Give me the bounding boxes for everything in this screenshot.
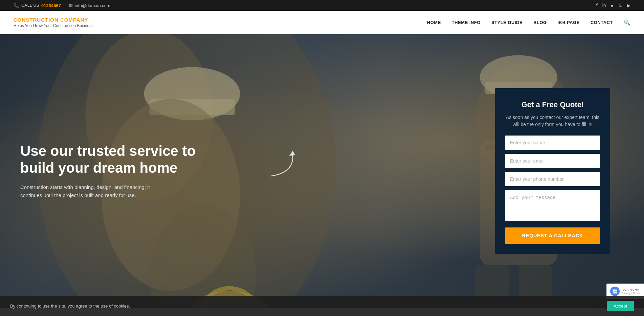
email-address[interactable]: info@domain.com (75, 3, 110, 8)
recaptcha-logo: 🔄 (610, 287, 620, 296)
email-info: ✉ info@domain.com (69, 3, 110, 8)
call-label: CALL US (21, 3, 39, 8)
recaptcha-terms[interactable]: Terms (633, 292, 640, 295)
top-bar-left: 📞 CALL US 01234567 ✉ info@domain.com (14, 3, 110, 8)
quote-subtitle: As soon as you contact our expert team, … (505, 114, 600, 128)
nav-style-guide[interactable]: STYLE GUIDE (491, 20, 523, 25)
facebook-icon[interactable]: f (596, 3, 598, 8)
recaptcha-privacy[interactable]: Privacy (622, 292, 630, 295)
search-icon[interactable]: 🔍 (624, 19, 630, 26)
nav-home[interactable]: HOME (427, 20, 441, 25)
name-input[interactable] (505, 136, 600, 150)
svg-marker-16 (289, 151, 295, 156)
instagram-icon[interactable]: ● (611, 3, 614, 8)
linkedin-icon[interactable]: in (602, 3, 606, 8)
logo-name[interactable]: CONSTRUCTION COMPANY (14, 17, 93, 23)
header: CONSTRUCTION COMPANY Helps You Grow Your… (0, 11, 644, 34)
nav-blog[interactable]: BLOG (533, 20, 547, 25)
phone-number[interactable]: 01234567 (41, 3, 61, 8)
social-links: f in ● 𝕏 ▶ (596, 3, 630, 8)
hero-subtext: Construction starts with planning, desig… (20, 183, 169, 199)
email-input[interactable] (505, 154, 600, 168)
twitter-icon[interactable]: 𝕏 (618, 3, 622, 8)
hero-heading: Use our trusted service to build your dr… (20, 143, 196, 177)
cookie-message: By continuing to use the site, you agree… (10, 303, 130, 308)
logo-tagline: Helps You Grow Your Construction Busines… (14, 23, 93, 28)
logo-area: CONSTRUCTION COMPANY Helps You Grow Your… (14, 17, 93, 28)
youtube-icon[interactable]: ▶ (627, 3, 630, 8)
quote-title: Get a Free Quote! (505, 100, 600, 109)
arrow-decoration (267, 149, 298, 179)
phone-input[interactable] (505, 172, 600, 186)
recaptcha-info: reCAPTCHA Privacy - Terms (622, 288, 640, 295)
email-icon: ✉ (69, 3, 73, 8)
nav-theme-info[interactable]: THEME INFO (452, 20, 481, 25)
hero-section: Use our trusted service to build your dr… (0, 34, 644, 308)
main-nav: HOME THEME INFO STYLE GUIDE BLOG 404 PAG… (427, 19, 630, 26)
recaptcha-links: Privacy - Terms (622, 292, 640, 295)
nav-contact[interactable]: CONTACT (591, 20, 613, 25)
cookie-bar: By continuing to use the site, you agree… (0, 296, 644, 308)
accept-cookies-button[interactable]: Accept (607, 301, 634, 308)
message-input[interactable] (505, 190, 600, 221)
nav-404-page[interactable]: 404 PAGE (558, 20, 580, 25)
top-bar: 📞 CALL US 01234567 ✉ info@domain.com f i… (0, 0, 644, 11)
recaptcha-label: reCAPTCHA (622, 288, 640, 292)
hero-text-block: Use our trusted service to build your dr… (20, 143, 196, 200)
phone-icon: 📞 (14, 3, 19, 8)
call-info: 📞 CALL US 01234567 (14, 3, 61, 8)
quote-form: Get a Free Quote! As soon as you contact… (495, 88, 610, 254)
request-callback-button[interactable]: REQUEST A CALLBACK (505, 227, 600, 244)
